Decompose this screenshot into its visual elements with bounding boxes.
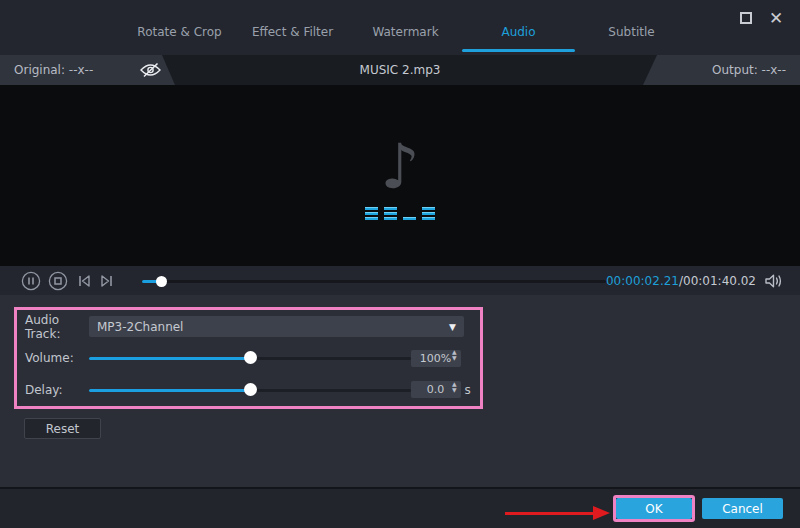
tab-subtitle[interactable]: Subtitle xyxy=(575,12,688,52)
volume-slider-fill xyxy=(89,357,250,360)
reset-button[interactable]: Reset xyxy=(24,418,101,439)
tab-rotate-crop[interactable]: Rotate & Crop xyxy=(123,12,236,52)
volume-slider[interactable] xyxy=(89,348,411,368)
output-info-panel: Output: --x-- xyxy=(643,55,800,85)
maximize-button[interactable] xyxy=(736,8,756,28)
next-frame-button[interactable] xyxy=(98,271,118,291)
delay-slider-thumb[interactable] xyxy=(244,383,257,396)
previous-frame-button[interactable] xyxy=(74,271,94,291)
seek-slider[interactable] xyxy=(142,271,606,291)
speaker-icon xyxy=(764,273,783,289)
tab-effect-filter[interactable]: Effect & Filter xyxy=(236,12,349,52)
seek-track[interactable] xyxy=(142,280,606,283)
delay-spinner: 0.0 ▲ ▼ xyxy=(411,381,461,398)
ok-button[interactable]: OK xyxy=(616,498,692,519)
audio-track-value: MP3-2Channel xyxy=(97,320,183,334)
delay-slider[interactable] xyxy=(89,380,411,400)
volume-label: Volume: xyxy=(25,351,89,365)
delay-value: 0.0 xyxy=(419,383,452,396)
maximize-icon xyxy=(740,12,752,24)
ok-button-highlight: OK xyxy=(613,495,695,522)
pause-button[interactable] xyxy=(21,271,41,291)
seek-thumb[interactable] xyxy=(156,276,167,287)
tab-audio[interactable]: Audio xyxy=(462,12,575,52)
audio-track-row: Audio Track: MP3-2Channel ▼ xyxy=(17,312,480,342)
current-time: 00:00:02.21 xyxy=(606,274,679,288)
time-display: 00:00:02.21 / 00:01:40.02 xyxy=(606,274,756,288)
footer-action-bar: OK Cancel xyxy=(0,487,800,528)
delay-label: Delay: xyxy=(25,383,89,397)
eye-hidden-icon xyxy=(139,62,162,78)
stop-icon xyxy=(48,271,68,291)
delay-slider-fill xyxy=(89,389,250,392)
volume-spinner: 100% ▲ ▼ xyxy=(411,350,461,367)
mute-toggle-button[interactable] xyxy=(764,273,783,289)
tab-bar: Rotate & Crop Effect & Filter Watermark … xyxy=(0,0,800,55)
audio-track-dropdown[interactable]: MP3-2Channel ▼ xyxy=(89,316,464,337)
original-resolution-label: Original: --x-- xyxy=(14,63,93,77)
tab-strip: Rotate & Crop Effect & Filter Watermark … xyxy=(123,12,688,52)
total-time: 00:01:40.02 xyxy=(683,274,756,288)
volume-slider-thumb[interactable] xyxy=(244,351,257,364)
delay-row: Delay: 0.0 ▲ ▼ s xyxy=(17,375,480,405)
spinner-down-icon[interactable]: ▼ xyxy=(452,358,457,364)
cancel-button[interactable]: Cancel xyxy=(702,498,783,519)
spinner-down-icon[interactable]: ▼ xyxy=(452,390,457,396)
original-info-panel: Original: --x-- xyxy=(0,55,175,85)
delay-unit: s xyxy=(465,383,473,397)
previous-frame-icon xyxy=(75,272,93,290)
close-button[interactable]: ✕ xyxy=(766,8,786,28)
pause-icon xyxy=(21,271,41,291)
audio-settings-panel-highlight: Audio Track: MP3-2Channel ▼ Volume: 100%… xyxy=(14,307,483,409)
audio-editor-window: Rotate & Crop Effect & Filter Watermark … xyxy=(0,0,800,528)
audio-settings-section: Audio Track: MP3-2Channel ▼ Volume: 100%… xyxy=(0,295,800,487)
music-note-icon: ♪ xyxy=(380,136,420,198)
preview-visibility-toggle[interactable] xyxy=(139,62,162,78)
next-frame-icon xyxy=(98,272,116,290)
audio-track-label: Audio Track: xyxy=(25,313,89,341)
volume-spinner-arrows: ▲ ▼ xyxy=(452,352,457,364)
equalizer-icon xyxy=(365,206,435,220)
stop-button[interactable] xyxy=(48,271,68,291)
window-controls: ✕ xyxy=(736,8,786,28)
volume-value: 100% xyxy=(419,352,452,365)
file-info-bar: Original: --x-- Output: --x-- MUSIC 2.mp… xyxy=(0,55,800,85)
audio-preview-area: ♪ xyxy=(0,85,800,266)
chevron-down-icon: ▼ xyxy=(449,322,456,332)
delay-spinner-arrows: ▲ ▼ xyxy=(452,384,457,396)
output-resolution-label: Output: --x-- xyxy=(712,63,786,77)
annotation-arrow-icon xyxy=(505,506,610,520)
player-bar: 00:00:02.21 / 00:01:40.02 xyxy=(0,266,800,295)
volume-row: Volume: 100% ▲ ▼ xyxy=(17,343,480,373)
tab-watermark[interactable]: Watermark xyxy=(349,12,462,52)
